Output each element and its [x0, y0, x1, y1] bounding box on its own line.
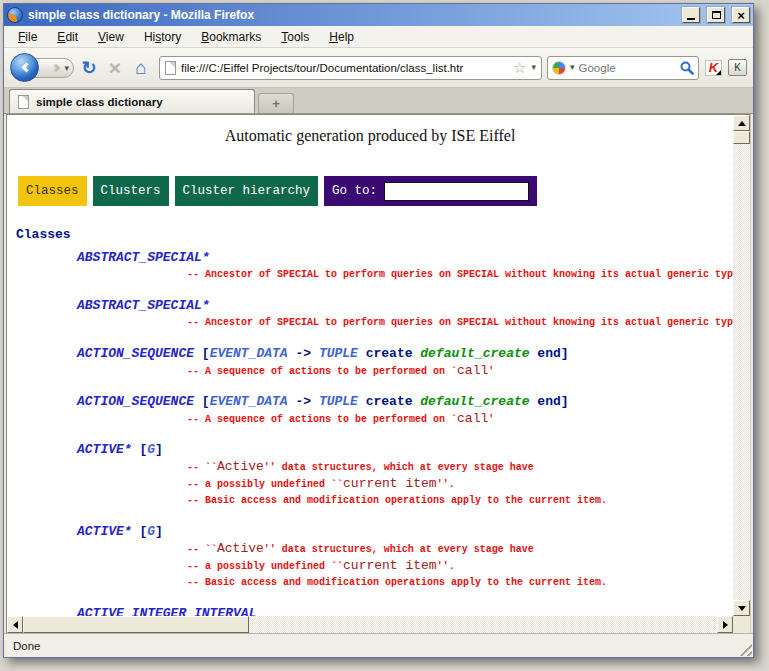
- class-name-line: ACTION_SEQUENCE [EVENT_DATA -> TUPLE cre…: [77, 394, 733, 410]
- comment-segment: -- Ancestor of SPECIAL to perform querie…: [187, 269, 733, 280]
- comment-segment: -- ``: [187, 462, 217, 473]
- arrow-right-icon: [723, 621, 728, 629]
- class-name-line: ABSTRACT_SPECIAL*: [77, 250, 733, 266]
- url-dropdown-icon[interactable]: ▾: [531, 63, 536, 72]
- class-name-link[interactable]: ABSTRACT_SPECIAL*: [77, 298, 210, 313]
- comment-segment: Active: [217, 459, 264, 474]
- code-segment: G: [147, 442, 155, 457]
- menu-item-file[interactable]: File: [10, 28, 45, 46]
- vertical-scroll-thumb[interactable]: [733, 131, 750, 144]
- nav-toolbar: ▾ ↻ × ⌂ ☆ ▾ ▾ K K: [4, 48, 753, 88]
- comment-segment: -- a possibly undefined ``: [187, 479, 343, 490]
- url-input[interactable]: [181, 62, 508, 74]
- back-button[interactable]: [10, 53, 39, 82]
- new-tab-button[interactable]: +: [258, 93, 294, 113]
- comment-segment: call: [457, 411, 488, 426]
- forward-icon: [52, 64, 60, 72]
- class-name-line: ACTION_SEQUENCE [EVENT_DATA -> TUPLE cre…: [77, 346, 733, 362]
- code-segment: [: [132, 524, 148, 539]
- reload-button[interactable]: ↻: [76, 57, 102, 79]
- code-segment: ]: [155, 524, 163, 539]
- vertical-scroll-track[interactable]: [733, 144, 750, 600]
- page-content: Automatic generation produced by ISE Eif…: [7, 115, 733, 616]
- class-comment: -- Basic access and modification operati…: [187, 574, 733, 591]
- class-name-link[interactable]: ACTIVE*: [77, 524, 132, 539]
- class-name-link[interactable]: ACTION_SEQUENCE: [77, 346, 194, 361]
- menu-item-tools[interactable]: Tools: [273, 28, 317, 46]
- class-name-link[interactable]: ACTIVE_INTEGER_INTERVAL: [77, 606, 256, 616]
- comment-segment: ''.: [437, 479, 455, 490]
- nav-button-classes[interactable]: Classes: [18, 176, 87, 206]
- code-segment: EVENT_DATA: [210, 394, 288, 409]
- engine-dropdown-icon[interactable]: ▾: [570, 63, 575, 72]
- code-segment: [: [132, 442, 148, 457]
- class-comment: -- ``Active'' data structures, which at …: [187, 540, 733, 557]
- class-comment: -- a possibly undefined ``current item''…: [187, 557, 733, 574]
- status-bar: Done: [4, 633, 753, 657]
- scrollbar-corner: [733, 616, 750, 633]
- minimize-button[interactable]: [682, 7, 700, 23]
- tab-bar: simple class dictionary +: [4, 88, 753, 114]
- nav-button-clusters[interactable]: Clusters: [93, 176, 169, 206]
- scroll-down-button[interactable]: [733, 600, 750, 616]
- class-name-link[interactable]: ACTIVE*: [77, 442, 132, 457]
- code-segment: [: [194, 346, 210, 361]
- k-extension-button[interactable]: K: [728, 59, 747, 76]
- comment-segment: current item: [343, 558, 437, 573]
- horizontal-scrollbar[interactable]: [7, 616, 733, 633]
- tab-simple-class-dictionary[interactable]: simple class dictionary: [9, 89, 255, 113]
- kaspersky-icon[interactable]: K: [705, 60, 722, 76]
- search-magnifier-icon[interactable]: [680, 61, 694, 75]
- menu-item-edit[interactable]: Edit: [49, 28, 86, 46]
- close-button[interactable]: ×: [732, 7, 750, 23]
- class-name-link[interactable]: ABSTRACT_SPECIAL*: [77, 250, 210, 265]
- comment-segment: -- a possibly undefined ``: [187, 561, 343, 572]
- tab-label: simple class dictionary: [36, 96, 163, 108]
- comment-segment: '' data structures, which at every stage…: [264, 462, 534, 473]
- class-name-line: ACTIVE_INTEGER_INTERVAL: [77, 606, 733, 616]
- class-comment: -- A sequence of actions to be performed…: [187, 410, 733, 427]
- resize-grip[interactable]: [738, 642, 752, 656]
- comment-segment: ': [488, 414, 494, 425]
- class-entry: ACTIVE* [G]-- ``Active'' data structures…: [7, 442, 733, 509]
- menu-item-view[interactable]: View: [90, 28, 132, 46]
- scroll-left-button[interactable]: [7, 616, 23, 633]
- history-dropdown-icon[interactable]: ▾: [64, 64, 69, 73]
- search-input[interactable]: [579, 62, 676, 74]
- class-entry: ABSTRACT_SPECIAL*-- Ancestor of SPECIAL …: [7, 298, 733, 331]
- class-entry: ACTION_SEQUENCE [EVENT_DATA -> TUPLE cre…: [7, 394, 733, 427]
- vertical-scrollbar[interactable]: [733, 115, 750, 616]
- window-title: simple class dictionary - Mozilla Firefo…: [28, 8, 675, 22]
- comment-segment: -- Basic access and modification operati…: [187, 577, 607, 588]
- stop-button[interactable]: ×: [102, 56, 128, 80]
- home-button[interactable]: ⌂: [128, 57, 154, 79]
- class-entry: ABSTRACT_SPECIAL*-- Ancestor of SPECIAL …: [7, 250, 733, 283]
- bookmark-star-icon[interactable]: ☆: [513, 60, 526, 75]
- menu-item-help[interactable]: Help: [321, 28, 362, 46]
- horizontal-scroll-thumb[interactable]: [23, 616, 249, 633]
- scroll-up-button[interactable]: [733, 115, 750, 131]
- maximize-icon: [712, 11, 721, 19]
- google-engine-icon[interactable]: [552, 61, 566, 75]
- horizontal-scroll-track[interactable]: [249, 616, 717, 633]
- code-segment: TUPLE: [319, 346, 358, 361]
- menu-item-history[interactable]: History: [136, 28, 189, 46]
- maximize-button[interactable]: [707, 7, 725, 23]
- nav-button-cluster-hierarchy[interactable]: Cluster hierarchy: [175, 176, 319, 206]
- comment-segment: ': [488, 366, 494, 377]
- code-segment: ->: [288, 346, 319, 361]
- status-text: Done: [13, 640, 41, 652]
- goto-input[interactable]: [384, 182, 529, 201]
- class-comment: -- A sequence of actions to be performed…: [187, 362, 733, 379]
- minimize-icon: [687, 18, 695, 20]
- code-segment: [: [194, 394, 210, 409]
- class-name-link[interactable]: ACTION_SEQUENCE: [77, 394, 194, 409]
- class-entry: ACTIVE_INTEGER_INTERVAL: [7, 606, 733, 616]
- scroll-right-button[interactable]: [717, 616, 733, 633]
- goto-panel: Go to:: [324, 176, 537, 206]
- classes-heading: Classes: [16, 227, 71, 242]
- class-name-line: ACTIVE* [G]: [77, 524, 733, 540]
- menu-item-bookmarks[interactable]: Bookmarks: [193, 28, 269, 46]
- code-segment: G: [147, 524, 155, 539]
- firefox-icon: [7, 7, 23, 23]
